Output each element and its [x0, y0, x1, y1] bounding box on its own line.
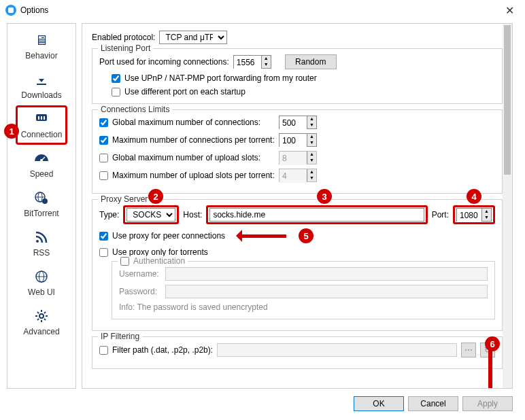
cancel-button[interactable]: Cancel [408, 396, 458, 411]
vertical-scrollbar[interactable] [503, 24, 512, 388]
annotation-4: 4 [467, 189, 481, 204]
auth-checkbox[interactable] [120, 257, 129, 266]
proxy-peer-checkbox[interactable] [99, 232, 108, 241]
app-icon [5, 5, 16, 16]
sidebar-item-label: Speed [30, 169, 54, 179]
close-button[interactable]: ✕ [500, 4, 520, 17]
proxy-torrents-only-row[interactable]: Use proxy only for torrents [99, 247, 495, 257]
titlebar: Options ✕ [0, 0, 525, 20]
proxy-host-input[interactable] [209, 208, 424, 222]
proxy-type-highlight: SOCKS5 [123, 205, 179, 224]
gauge-icon [32, 150, 51, 167]
dialog-footer: OK Cancel Apply [0, 391, 525, 416]
sidebar-item-label: Downloads [21, 90, 61, 100]
auth-legend[interactable]: Authentication [118, 256, 188, 266]
svg-line-22 [44, 312, 46, 313]
password-input [165, 285, 488, 298]
sidebar-item-behavior[interactable]: 🖥 Behavior [16, 27, 67, 66]
upload-slots-torrent-row[interactable]: Maximum number of upload slots per torre… [99, 171, 275, 180]
browse-button[interactable]: ⋯ [461, 343, 476, 357]
different-port-checkbox[interactable] [112, 88, 120, 97]
different-port-checkbox-row[interactable]: Use different port on each startup [112, 87, 495, 97]
authentication-group: Authentication Username: Password: Info:… [112, 261, 495, 319]
svg-point-10 [36, 240, 39, 243]
annotation-6: 6 [485, 336, 500, 351]
globe-gear-icon [32, 190, 51, 206]
random-port-button[interactable]: Random [285, 54, 337, 69]
ok-button[interactable]: OK [354, 396, 404, 411]
svg-point-14 [39, 314, 44, 318]
apply-button[interactable]: Apply [462, 396, 513, 411]
filter-path-row[interactable]: Filter path (.dat, .p2p, .p2b): [99, 345, 213, 355]
enabled-protocol-select[interactable]: TCP and μTP [159, 31, 227, 44]
incoming-port-input[interactable] [234, 56, 261, 69]
download-icon [32, 71, 51, 88]
proxy-peer-checkbox-row[interactable]: Use proxy for peer connections [99, 231, 225, 241]
username-input [165, 267, 488, 281]
filter-path-checkbox[interactable] [99, 346, 108, 355]
globe-icon [32, 268, 51, 285]
gear-icon [32, 308, 51, 324]
filter-path-input [217, 343, 457, 357]
enabled-protocol-label: Enabled protocol: [92, 33, 155, 42]
sidebar-item-rss[interactable]: RSS [16, 224, 67, 263]
upload-slots-torrent-spinner: ▲▼ [279, 169, 317, 182]
max-conn-torrent-spinner[interactable]: ▲▼ [279, 133, 317, 147]
connections-limits-group: Connections Limits Global maximum number… [92, 109, 503, 194]
svg-rect-2 [41, 116, 42, 120]
sidebar-item-label: BitTorrent [24, 209, 58, 218]
sidebar-item-advanced[interactable]: Advanced [16, 302, 67, 342]
max-conn-torrent-checkbox[interactable] [99, 136, 108, 145]
group-legend: IP Filtering [98, 332, 142, 341]
sidebar-item-connection[interactable]: Connection [16, 105, 67, 145]
connection-icon [32, 111, 51, 127]
annotation-1: 1 [4, 124, 19, 139]
svg-line-21 [37, 319, 39, 320]
max-conn-torrent-row[interactable]: Maximum number of connections per torren… [99, 135, 275, 145]
svg-point-9 [42, 198, 48, 204]
global-max-conn-checkbox[interactable] [99, 118, 108, 127]
sidebar-item-label: Advanced [23, 327, 59, 336]
sidebar-item-label: Web UI [28, 287, 55, 297]
proxy-host-highlight [206, 205, 427, 224]
proxy-host-label: Host: [183, 210, 202, 220]
proxy-torrents-only-checkbox[interactable] [99, 248, 108, 257]
proxy-type-label: Type: [99, 210, 119, 220]
rss-icon [32, 229, 51, 245]
incoming-port-spinner[interactable]: ▲▼ [233, 55, 271, 69]
annotation-arrow-6 [485, 350, 496, 389]
upnp-label: Use UPnP / NAT-PMP port forwarding from … [124, 73, 317, 83]
sidebar-item-bittorrent[interactable]: BitTorrent [16, 184, 67, 224]
upnp-checkbox-row[interactable]: Use UPnP / NAT-PMP port forwarding from … [112, 73, 495, 83]
sidebar-item-label: Behavior [25, 51, 57, 60]
sidebar-item-label: Connection [21, 130, 63, 139]
sidebar-item-webui[interactable]: Web UI [16, 263, 67, 302]
sidebar-item-speed[interactable]: Speed [16, 145, 67, 184]
scrollbar-thumb[interactable] [504, 25, 511, 175]
global-upload-slots-checkbox[interactable] [99, 154, 108, 162]
group-legend: Connections Limits [98, 105, 172, 114]
sidebar-item-label: RSS [33, 248, 50, 258]
annotation-3: 3 [317, 189, 332, 204]
annotation-5: 5 [299, 228, 314, 243]
different-port-label: Use different port on each startup [124, 87, 245, 97]
proxy-port-spinner[interactable]: ▲▼ [456, 208, 492, 222]
proxy-peer-label: Use proxy for peer connections [112, 231, 225, 241]
password-label: Password: [119, 287, 161, 296]
proxy-type-select[interactable]: SOCKS5 [126, 208, 175, 222]
global-max-conn-spinner[interactable]: ▲▼ [279, 116, 317, 129]
annotation-arrow-5 [240, 231, 294, 241]
listening-port-group: Listening Port Port used for incoming co… [92, 48, 503, 104]
sidebar-item-downloads[interactable]: Downloads [16, 66, 67, 105]
username-label: Username: [119, 269, 161, 279]
annotation-2: 2 [148, 189, 163, 204]
group-legend: Proxy Server [98, 194, 150, 204]
global-upload-slots-row[interactable]: Global maximum number of upload slots: [99, 153, 275, 162]
svg-line-19 [37, 312, 39, 313]
upnp-checkbox[interactable] [112, 74, 120, 83]
svg-rect-3 [44, 116, 45, 120]
upload-slots-torrent-checkbox[interactable] [99, 171, 108, 180]
global-max-conn-row[interactable]: Global maximum number of connections: [99, 118, 275, 127]
proxy-port-label: Port: [432, 210, 449, 220]
incoming-port-label: Port used for incoming connections: [99, 57, 229, 67]
